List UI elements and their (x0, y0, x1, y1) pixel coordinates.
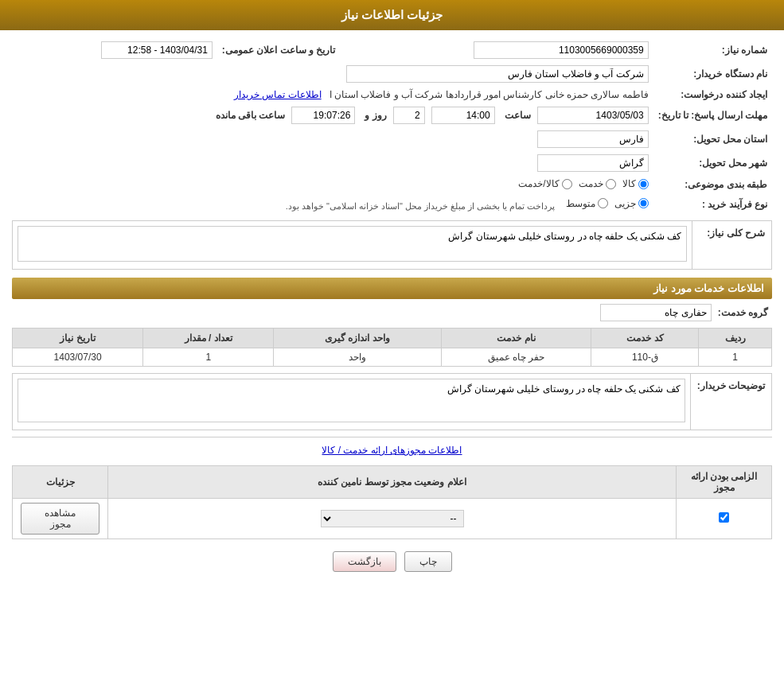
creator-label: ایجاد کننده درخواست: (653, 86, 772, 103)
deadline-time-input (431, 107, 495, 124)
order-number-input[interactable] (474, 41, 649, 59)
deadline-label: مهلت ارسال پاسخ: تا تاریخ: (653, 103, 772, 127)
creator-name: فاطمه سالاری حمزه خانی کارشناس امور قرار… (330, 89, 649, 100)
announce-date-value (12, 38, 217, 62)
category-label: طبقه بندی موضوعی: (653, 175, 772, 195)
radio-kala-khedmat[interactable] (562, 179, 572, 189)
cell-permit-status: -- (108, 499, 677, 539)
province-value (12, 127, 653, 151)
permit-status-select[interactable]: -- (321, 510, 464, 527)
permits-table: الزامی بودن ارائه مجوز اعلام وضعیت مجوز … (12, 465, 772, 539)
group-value-input (600, 304, 712, 321)
col-header-qty: تعداد / مقدار (143, 329, 274, 348)
page-title: جزئیات اطلاعات نیاز (341, 8, 443, 21)
buyer-org-label: نام دستگاه خریدار: (653, 62, 772, 86)
permit-required-checkbox (719, 512, 729, 523)
col-header-unit: واحد اندازه گیری (274, 329, 441, 348)
back-button[interactable]: بازگشت (333, 551, 396, 572)
radio-mottavaset[interactable] (598, 198, 608, 208)
deadline-row: ساعت روز و ساعت باقی مانده (12, 103, 653, 127)
announce-date-label: تاریخ و ساعت اعلان عمومی: (217, 38, 340, 62)
buyer-org-value (12, 62, 653, 86)
cell-permit-required (677, 499, 772, 539)
creator-link[interactable]: اطلاعات تماس خریدار (234, 89, 322, 100)
radio-mottavaset-label: متوسط (566, 198, 595, 209)
deadline-remaining-label: ساعت باقی مانده (216, 110, 286, 121)
deadline-time-label: ساعت (505, 110, 531, 121)
radio-kala[interactable] (638, 179, 649, 189)
page-header: جزئیات اطلاعات نیاز (0, 0, 784, 30)
footer-buttons: چاپ بازگشت (12, 539, 772, 584)
creator-value: فاطمه سالاری حمزه خانی کارشناس امور قرار… (12, 86, 653, 103)
radio-kala-khedmat-label: کالا/خدمت (518, 178, 559, 189)
view-permit-button[interactable]: مشاهده مجوز (21, 503, 99, 535)
permits-section-link[interactable]: اطلاعات مجوزهای ارائه خدمت / کالا (12, 441, 772, 459)
announce-date-input (101, 41, 213, 59)
radio-khedmat[interactable] (606, 179, 616, 189)
permits-col-required: الزامی بودن ارائه مجوز (677, 466, 772, 499)
purchase-notice: پرداخت تمام یا بخشی از مبلغ خریداز محل "… (286, 200, 556, 210)
col-header-row: ردیف (699, 329, 772, 348)
services-table: ردیف کد خدمت نام خدمت واحد اندازه گیری ت… (12, 328, 772, 367)
cell-row-num: 1 (699, 348, 772, 367)
table-row: 1 ق-110 حفر چاه عمیق واحد 1 1403/07/30 (13, 348, 772, 367)
col-header-code: کد خدمت (591, 329, 699, 348)
permits-table-row: -- مشاهده مجوز (13, 499, 772, 539)
city-input (537, 154, 649, 172)
cell-permit-details: مشاهده مجوز (13, 499, 108, 539)
group-label: گروه خدمت: (718, 307, 768, 318)
deadline-days-label: روز و (365, 110, 386, 121)
general-desc-textarea[interactable] (18, 226, 687, 262)
buyer-description-box: توضیحات خریدار: (12, 373, 772, 430)
buyer-org-input (346, 65, 649, 83)
general-desc-label: شرح کلی نیاز: (707, 227, 765, 239)
deadline-date-input (537, 107, 649, 124)
province-label: استان محل تحویل: (653, 127, 772, 151)
cell-service-code: ق-110 (591, 348, 699, 367)
order-number-label: شماره نیاز: (653, 38, 772, 62)
radio-khedmat-label: خدمت (579, 178, 603, 189)
radio-jozi[interactable] (638, 198, 649, 208)
cell-service-name: حفر چاه عمیق (441, 348, 591, 367)
cell-date: 1403/07/30 (13, 348, 143, 367)
col-header-name: نام خدمت (441, 329, 591, 348)
buyer-desc-label: توضیحات خریدار: (697, 380, 765, 391)
province-input (537, 130, 649, 148)
deadline-remaining-input (291, 107, 355, 124)
print-button[interactable]: چاپ (404, 551, 452, 572)
cell-unit: واحد (274, 348, 441, 367)
order-number-value (340, 38, 653, 62)
radio-kala-label: کالا (622, 178, 636, 189)
purchase-type-row: جزیی متوسط پرداخت تمام یا بخشی از مبلغ خ… (12, 195, 653, 215)
buyer-desc-textarea[interactable] (18, 379, 685, 422)
category-radio-group: کالا خدمت کالا/خدمت (12, 175, 653, 195)
deadline-days-input (393, 107, 425, 124)
general-description-box: شرح کلی نیاز: (12, 220, 772, 270)
services-section-header: اطلاعات خدمات مورد نیاز (12, 278, 772, 299)
permits-col-status: اعلام وضعیت مجوز توسط نامین کننده (108, 466, 677, 499)
col-header-date: تاریخ نیاز (13, 329, 143, 348)
radio-jozi-label: جزیی (614, 198, 636, 209)
city-label: شهر محل تحویل: (653, 151, 772, 175)
city-value (12, 151, 653, 175)
info-table: شماره نیاز: تاریخ و ساعت اعلان عمومی: نا… (12, 38, 772, 214)
cell-quantity: 1 (143, 348, 274, 367)
permits-col-details: جزئیات (13, 466, 108, 499)
purchase-type-label: نوع فرآیند خرید : (653, 195, 772, 215)
